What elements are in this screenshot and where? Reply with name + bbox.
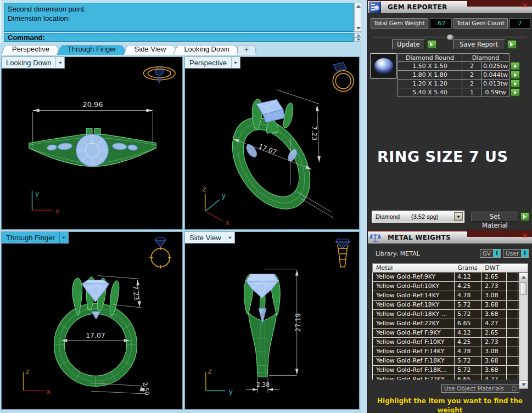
gem-table-rows: 1.50 X 1.5020.025tw1.80 X 1.8020.044tw1.… [397, 62, 520, 97]
metal-table-row[interactable]: Yellow Gold-Ref F:14KY4.783.08 [372, 347, 528, 357]
metal-table-row[interactable]: Yellow Gold-Ref:9KY4.122.65 [372, 273, 528, 282]
gv-toggle-button[interactable]: GV I [480, 249, 501, 258]
gem-table-row[interactable]: 1.80 X 1.8020.044tw [397, 71, 520, 80]
looking-down-canvas: 20.96 [2, 57, 182, 229]
save-report-button[interactable]: Save Report [453, 39, 505, 49]
ring-front-thumb-icon [149, 247, 171, 269]
tab-side-view[interactable]: Side View [124, 43, 177, 55]
green-arrow-icon [514, 64, 517, 68]
scrollbar-thumb[interactable] [520, 282, 527, 295]
svg-text:z: z [26, 367, 30, 375]
tab-through-finger[interactable]: Through Finger [57, 43, 127, 55]
viewport-title-perspective[interactable]: Perspective [185, 57, 240, 69]
metal-table-scrollbar[interactable] [519, 273, 528, 389]
close-button[interactable]: × [520, 232, 529, 240]
metal-weights-titlebar[interactable]: METAL WEIGHTS × [368, 230, 532, 244]
gem-reporter-panel: GEM REPORTER × Total Gem Weight .67 Tota… [367, 0, 532, 230]
gem-reporter-body: Total Gem Weight .67 Total Gem Count 7 U… [368, 13, 532, 230]
col-header-metal: Metal [373, 264, 455, 272]
tab-looking-down[interactable]: Looking Down [173, 43, 240, 55]
svg-text:y: y [35, 189, 40, 197]
col-header-grams: Grams [455, 264, 482, 272]
gv-indicator: I [493, 250, 500, 257]
metal-table-row[interactable]: Yellow Gold-Ref F:22KY6.654.27 [372, 375, 528, 380]
gem-row-go-button[interactable] [511, 71, 520, 79]
spin-down-icon [356, 38, 360, 41]
scroll-down-button[interactable] [519, 380, 528, 388]
dim-width-label: 2.38 [256, 381, 270, 388]
scroll-down-icon [522, 383, 526, 386]
material-name: Diamond [373, 213, 411, 220]
viewport-menu-button[interactable] [59, 232, 68, 244]
panel-title: GEM REPORTER [388, 3, 447, 11]
use-object-materials-button[interactable]: Use Object Materials [441, 384, 519, 393]
svg-text:z: z [203, 185, 206, 193]
gem-row-go-button[interactable] [511, 88, 520, 97]
viewport-title-through-finger[interactable]: Through Finger [2, 232, 69, 244]
viewport-title-looking-down[interactable]: Looking Down [2, 57, 65, 69]
viewport-menu-button[interactable] [55, 57, 64, 69]
metal-table-row[interactable]: Yellow Gold-Ref F:18KY5.723.68 [372, 357, 528, 366]
gem-preview-icon [371, 53, 396, 78]
dock-divider[interactable] [361, 0, 367, 413]
gem-row-go-button[interactable] [511, 80, 520, 88]
viewport-perspective[interactable]: 7.23 17.07 z y x Perspective [184, 56, 360, 230]
svg-text:y: y [228, 387, 233, 395]
metal-table-row[interactable]: Yellow Gold-Ref:10KY4.252.73 [372, 282, 528, 291]
metal-table-row[interactable]: Yellow Gold-Ref:18KY5.723.68 [372, 301, 528, 310]
gem-reporter-titlebar[interactable]: GEM REPORTER × [368, 0, 532, 13]
svg-text:x: x [55, 207, 59, 215]
viewport-side-view[interactable]: 27.19 2.38 z y S [184, 231, 360, 410]
dim-height-label: 7.23 [131, 285, 141, 301]
command-input[interactable]: Command: [4, 33, 354, 42]
metal-table-row[interactable]: Yellow Gold-Ref:22KY6.654.27 [372, 319, 528, 329]
metal-table-row[interactable]: Yellow Gold-Ref:18KY ...5.723.68 [372, 310, 528, 319]
close-button[interactable]: × [520, 2, 529, 9]
set-material-button[interactable]: Set Material [472, 212, 518, 222]
material-dropdown-button[interactable] [454, 212, 463, 221]
update-button[interactable]: Update [392, 39, 425, 49]
gem-reporter-icon [369, 2, 381, 13]
scroll-up-button[interactable] [519, 273, 528, 281]
gem-table: Diamond Round Diamond 1.50 X 1.5020.025t… [397, 53, 520, 97]
viewport-looking-down[interactable]: 20.96 [1, 56, 183, 230]
metal-table-row[interactable]: Yellow Gold-Ref F:10KY4.252.73 [372, 338, 528, 347]
tab-perspective[interactable]: Perspective [1, 43, 60, 55]
dim-width-label: 20.96 [83, 100, 103, 109]
viewport-through-finger[interactable]: 7.23 17.07 2.50 z x [1, 231, 183, 410]
update-go-button[interactable] [427, 40, 436, 49]
viewport-title-side-view[interactable]: Side View [185, 232, 235, 244]
viewport-tabbar: Perspective Through Finger Side View Loo… [0, 43, 361, 55]
metal-table-row[interactable]: Yellow Gold-Ref F:9KY4.122.65 [372, 329, 528, 338]
gem-col-header-shape: Diamond Round [397, 53, 462, 62]
radio-icon [512, 386, 517, 391]
gem-table-row[interactable]: 5.40 X 5.4010.59tw [397, 88, 520, 97]
ring-perspective-thumb-icon [333, 71, 354, 92]
collapse-icon [449, 37, 451, 38]
gem-table-row[interactable]: 1.50 X 1.5020.025tw [397, 62, 520, 71]
chevron-down-icon [457, 216, 460, 218]
save-report-go-button[interactable] [507, 40, 517, 49]
scroll-down-icon[interactable] [356, 27, 361, 30]
chevron-down-icon [228, 236, 232, 239]
svg-text:y: y [222, 191, 226, 200]
metal-table-row[interactable]: Yellow Gold-Ref:14KY4.783.08 [372, 291, 528, 301]
metal-table-row[interactable]: Yellow Gold-Ref F:18K...5.723.68 [372, 366, 528, 375]
command-prompt-label: Command: [8, 33, 45, 42]
material-select[interactable]: Diamond (3.52 spg) [372, 211, 464, 223]
user-toggle-button[interactable]: User I [503, 249, 529, 258]
command-history-line: Second dimension point: [8, 4, 350, 14]
metal-table-header: Metal Grams DWT [372, 263, 528, 273]
gem-table-row[interactable]: 1.20 X 1.2020.013tw [397, 80, 520, 88]
green-arrow-icon [514, 73, 517, 77]
spin-up-icon [356, 34, 360, 36]
command-history[interactable]: Second dimension point: Dimension locati… [4, 3, 354, 32]
green-arrow-icon [430, 42, 433, 47]
scroll-up-icon[interactable] [356, 5, 361, 8]
set-material-go-button[interactable] [520, 212, 529, 221]
tab-add-viewport[interactable]: + [237, 43, 256, 55]
viewport-menu-button[interactable] [226, 232, 234, 244]
viewport-menu-button[interactable] [231, 57, 240, 69]
col-header-dwt: DWT [482, 264, 507, 272]
gem-row-go-button[interactable] [511, 62, 520, 70]
